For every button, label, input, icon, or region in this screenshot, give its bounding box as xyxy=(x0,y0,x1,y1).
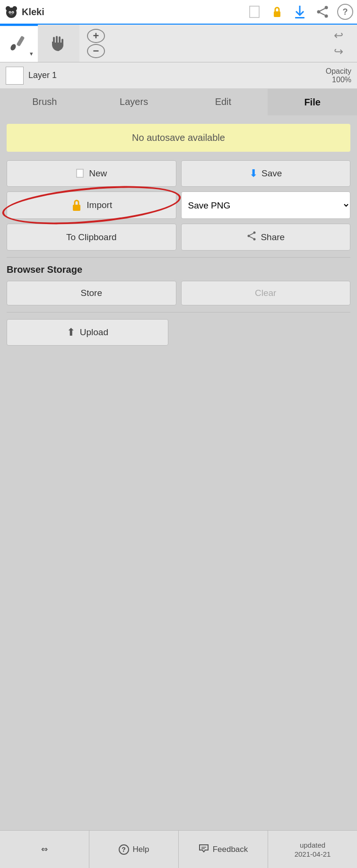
zoom-out-button[interactable]: − xyxy=(87,44,105,58)
tool-row: ▾ + − ↩ ↪ xyxy=(0,25,357,62)
svg-rect-9 xyxy=(274,11,280,17)
save-button[interactable]: ⬇ Save xyxy=(181,160,351,187)
import-wrapper: Import xyxy=(7,191,176,219)
svg-point-12 xyxy=(325,15,328,18)
btn-row-3: To Clipboard Share xyxy=(7,224,350,251)
brush-chevron: ▾ xyxy=(30,50,33,57)
tab-edit[interactable]: Edit xyxy=(179,89,268,115)
svg-line-15 xyxy=(320,13,325,15)
svg-point-11 xyxy=(325,6,328,9)
svg-point-13 xyxy=(317,10,321,14)
logo-icon xyxy=(4,4,19,19)
svg-rect-10 xyxy=(295,17,305,18)
svg-line-24 xyxy=(250,237,253,239)
feedback-icon xyxy=(199,844,209,855)
lock-icon[interactable] xyxy=(269,4,285,20)
btn-row-2: Import Save PNG Save JPG Save WEBP xyxy=(7,191,350,219)
new-button[interactable]: New xyxy=(7,160,176,187)
tab-file[interactable]: File xyxy=(268,89,357,115)
import-icon xyxy=(70,199,83,212)
logo-text: Kleki xyxy=(22,7,44,17)
svg-point-21 xyxy=(253,238,256,241)
help-label: Help xyxy=(133,845,149,854)
updated-label: updated xyxy=(300,841,325,849)
svg-point-2 xyxy=(12,6,17,11)
redo-button[interactable]: ↪ xyxy=(328,44,349,59)
swap-button[interactable]: ⇔ xyxy=(0,831,89,868)
svg-point-1 xyxy=(6,6,10,11)
opacity-label: Opacity xyxy=(326,67,351,76)
tab-layers[interactable]: Layers xyxy=(89,89,179,115)
tab-brush[interactable]: Brush xyxy=(0,89,89,115)
new-doc-small-icon xyxy=(76,169,85,178)
help-circle-icon: ? xyxy=(119,844,129,855)
new-doc-icon[interactable] xyxy=(246,4,262,20)
svg-rect-16 xyxy=(17,35,25,46)
brush-icon xyxy=(9,34,29,54)
import-button[interactable]: Import xyxy=(7,191,176,219)
undo-redo-group: ↩ ↪ xyxy=(320,25,357,62)
app-logo[interactable]: Kleki xyxy=(4,4,44,19)
svg-point-17 xyxy=(9,43,17,51)
autosave-message: No autosave available xyxy=(132,132,225,143)
browser-storage-title: Browser Storage xyxy=(7,264,350,275)
upload-arrow-icon: ⬆ xyxy=(67,326,75,339)
to-clipboard-button[interactable]: To Clipboard xyxy=(7,224,176,251)
save-download-icon: ⬇ xyxy=(249,167,258,180)
svg-rect-8 xyxy=(250,6,259,17)
svg-point-6 xyxy=(9,12,10,13)
bottom-bar: ⇔ ? Help Feedback updated 2021-04-21 xyxy=(0,830,357,868)
tabs-row: Brush Layers Edit File xyxy=(0,89,357,115)
layer-thumbnail xyxy=(6,67,24,85)
download-icon[interactable] xyxy=(292,4,308,20)
autosave-banner: No autosave available xyxy=(7,124,350,152)
svg-line-14 xyxy=(320,9,325,11)
store-button[interactable]: Store xyxy=(7,281,176,305)
svg-point-7 xyxy=(12,12,13,13)
upload-button[interactable]: ⬆ Upload xyxy=(7,319,168,346)
opacity-value: 100% xyxy=(326,76,351,84)
share-btn-icon xyxy=(246,231,257,243)
layer-name: Layer 1 xyxy=(28,70,57,80)
divider-1 xyxy=(7,257,350,258)
share-icon[interactable] xyxy=(314,4,331,20)
brush-tool[interactable]: ▾ xyxy=(0,25,38,62)
help-button[interactable]: ? Help xyxy=(89,831,179,868)
help-icon[interactable]: ? xyxy=(337,4,353,20)
svg-point-5 xyxy=(9,13,13,16)
feedback-button[interactable]: Feedback xyxy=(179,831,268,868)
divider-2 xyxy=(7,312,350,312)
hand-icon xyxy=(48,33,69,54)
layer-opacity: Opacity 100% xyxy=(326,67,351,84)
save-format-select[interactable]: Save PNG Save JPG Save WEBP xyxy=(181,191,351,219)
updated-info: updated 2021-04-21 xyxy=(268,831,357,868)
layer-row: Layer 1 Opacity 100% xyxy=(0,62,357,89)
hand-tool[interactable] xyxy=(38,25,79,62)
zoom-tools: + − xyxy=(79,25,113,62)
undo-button[interactable]: ↩ xyxy=(328,28,349,43)
updated-date: 2021-04-21 xyxy=(295,850,331,858)
share-button[interactable]: Share xyxy=(181,224,351,251)
svg-point-20 xyxy=(253,232,256,234)
zoom-in-button[interactable]: + xyxy=(87,29,105,43)
svg-line-23 xyxy=(250,234,253,235)
svg-rect-18 xyxy=(77,169,83,177)
svg-point-22 xyxy=(248,235,250,237)
swap-icon: ⇔ xyxy=(41,844,48,854)
top-bar: Kleki xyxy=(0,0,357,25)
btn-row-1: New ⬇ Save xyxy=(7,160,350,187)
feedback-label: Feedback xyxy=(213,845,248,854)
clear-button[interactable]: Clear xyxy=(181,281,351,305)
btn-row-storage: Store Clear xyxy=(7,281,350,305)
top-bar-actions: ? xyxy=(246,4,353,20)
file-panel: No autosave available New ⬇ Save Import xyxy=(0,115,357,354)
svg-rect-19 xyxy=(73,205,80,211)
